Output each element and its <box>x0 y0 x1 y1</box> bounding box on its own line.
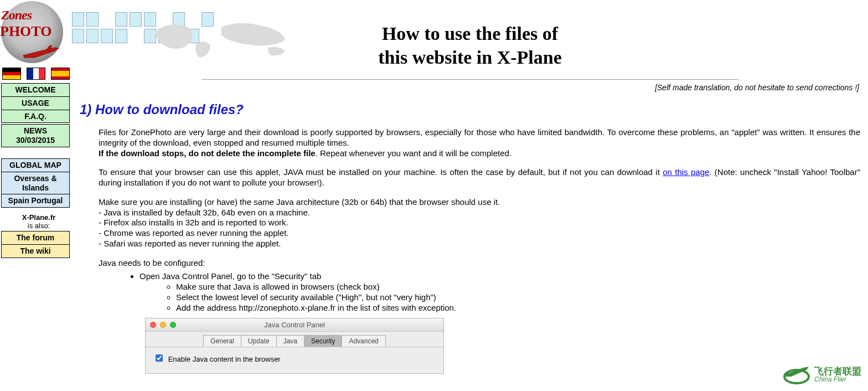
nav-tertiary: The forum The wiki <box>1 231 70 258</box>
java-panel-tabs: General Update Java Security Advanced <box>146 332 443 347</box>
nav-welcome[interactable]: WELCOME <box>2 84 70 97</box>
mac-titlebar: Java Control Panel <box>146 318 443 332</box>
config-list: Open Java Control Panel, go to the "Secu… <box>117 271 860 312</box>
separator <box>202 79 738 80</box>
enable-java-label: Enable Java content in the browser <box>168 355 281 363</box>
nav-overseas-islands[interactable]: Overseas & Islands <box>2 172 70 194</box>
section-1-p4: Java needs to be configured: <box>99 258 860 269</box>
nav-global-map[interactable]: GLOBAL MAP <box>2 158 70 172</box>
also-label-2: is also: <box>0 222 78 230</box>
java-control-panel-window: Java Control Panel General Update Java S… <box>145 318 444 374</box>
logo-text-zones: Zones <box>1 8 32 23</box>
window-title: Java Control Panel <box>146 321 443 329</box>
main-content: How to use the files of this website in … <box>78 0 868 374</box>
nav-forum[interactable]: The forum <box>2 231 70 245</box>
plane-icon <box>22 44 61 61</box>
page-title-line1: How to use the files of <box>382 23 558 44</box>
nav-news-date[interactable]: 30/03/2015 <box>2 136 70 147</box>
sidebar: Zones PHOTO WELCOME USAGE F.A.Q. NEWS 30… <box>0 0 78 258</box>
site-logo[interactable]: Zones PHOTO <box>1 1 63 63</box>
config-top: Open Java Control Panel, go to the "Secu… <box>140 271 860 312</box>
tab-advanced[interactable]: Advanced <box>342 335 385 347</box>
nav-news[interactable]: NEWS 30/03/2015 <box>1 124 70 147</box>
tab-security[interactable]: Security <box>304 335 342 347</box>
flag-de[interactable] <box>2 68 21 80</box>
config-sub-3: Add the address http://zonephoto.x-plane… <box>176 303 860 312</box>
also-label-1: X-Plane.fr <box>0 213 78 222</box>
nav-usage[interactable]: USAGE <box>2 96 70 110</box>
java-panel-body: Enable Java content in the browser <box>146 347 443 373</box>
java-download-link[interactable]: on this page <box>663 167 709 177</box>
china-flier-text: 飞行者联盟 China Flier <box>814 367 861 374</box>
tab-java[interactable]: Java <box>277 335 304 347</box>
section-1-heading: 1) How to download files? <box>80 102 860 117</box>
nav-wiki[interactable]: The wiki <box>2 244 70 258</box>
section-1-p3: Make sure you are installing (or have) t… <box>99 197 860 249</box>
nav-faq[interactable]: F.A.Q. <box>2 110 70 123</box>
nav-main: WELCOME USAGE F.A.Q. <box>1 83 70 123</box>
config-sub-1: Make sure that Java is allowed in browse… <box>176 282 860 291</box>
tab-general[interactable]: General <box>203 335 241 347</box>
mini-world-map <box>72 7 214 43</box>
china-flier-icon <box>781 363 810 374</box>
section-1-p1: Files for ZonePhoto are very large and t… <box>99 127 860 158</box>
svg-marker-0 <box>23 48 59 58</box>
page-title-line2: this website in X-Plane <box>378 47 562 68</box>
language-flags <box>2 68 78 80</box>
nav-news-label[interactable]: NEWS <box>2 125 70 136</box>
flag-fr[interactable] <box>27 68 45 80</box>
enable-java-checkbox-row[interactable]: Enable Java content in the browser <box>153 355 281 363</box>
section-1-p2: To ensure that your browser can use this… <box>99 167 860 188</box>
logo-text-photo: PHOTO <box>0 23 51 40</box>
section-1-p1b-strong: If the download stops, do not delete the… <box>99 148 316 158</box>
enable-java-checkbox[interactable] <box>156 354 163 362</box>
flag-es[interactable] <box>51 68 70 80</box>
nav-secondary: GLOBAL MAP Overseas & Islands Spain Port… <box>1 158 70 208</box>
nav-spain-portugal[interactable]: Spain Portugal <box>2 194 70 208</box>
tab-update[interactable]: Update <box>241 335 277 347</box>
config-sub-2: Select the lowest level of security avai… <box>176 292 860 302</box>
china-flier-brand[interactable]: 飞行者联盟 China Flier <box>781 363 861 374</box>
translation-note: [Self made translation, do not hesitate … <box>80 83 859 92</box>
